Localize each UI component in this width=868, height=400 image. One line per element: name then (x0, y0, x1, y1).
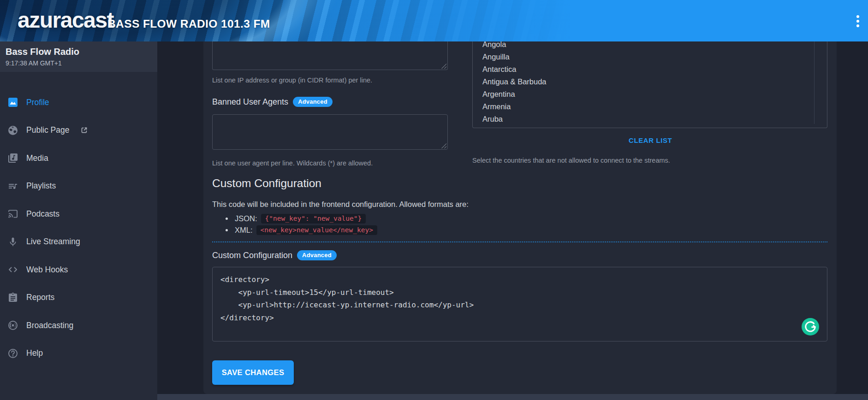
dotted-divider (212, 241, 827, 242)
sidebar-nav: Profile Public Page Media (0, 88, 157, 367)
sidebar-item-podcasts[interactable]: Podcasts (0, 200, 157, 228)
profile-form-card: List one IP address or group (in CIDR fo… (203, 41, 837, 394)
country-option[interactable]: Antarctica (473, 63, 827, 76)
clear-list-button[interactable]: CLEAR LIST (629, 136, 672, 144)
custom-config-field-label: Custom Configuration (212, 251, 292, 260)
banned-ips-input[interactable] (213, 41, 447, 70)
queue-music-icon (7, 181, 18, 192)
save-changes-button[interactable]: SAVE CHANGES (212, 360, 294, 385)
sidebar-item-label: Podcasts (26, 209, 59, 219)
listbox-scrollbar[interactable] (814, 41, 814, 124)
format-example-code: <new_key>new_value</new_key> (256, 225, 377, 235)
sidebar-item-media[interactable]: Media (0, 144, 157, 172)
sidebar-item-live-streaming[interactable]: Live Streaming (0, 228, 157, 256)
advanced-badge: Advanced (297, 250, 337, 260)
format-name: XML: (235, 226, 253, 235)
sidebar-item-playlists[interactable]: Playlists (0, 172, 157, 200)
sidebar-item-public-page[interactable]: Public Page (0, 117, 157, 145)
bullet-icon (226, 218, 228, 220)
format-xml-row: XML: <new_key>new_value</new_key> (226, 224, 377, 236)
custom-config-code-input[interactable]: <directory> <yp-url-timeout>15</yp-url-t… (213, 267, 827, 341)
kebab-menu-icon[interactable] (852, 13, 863, 29)
station-clock: 9:17:38 AM GMT+1 (6, 59, 152, 67)
station-info: Bass Flow Radio 9:17:38 AM GMT+1 (0, 41, 157, 72)
help-icon (7, 348, 18, 359)
image-icon (7, 97, 18, 108)
cast-icon (7, 208, 18, 219)
sidebar-item-broadcasting[interactable]: Broadcasting (0, 312, 157, 340)
banned-user-agents-label: Banned User Agents (212, 97, 288, 107)
advanced-badge: Advanced (293, 97, 333, 107)
main-content: List one IP address or group (in CIDR fo… (157, 41, 868, 400)
microphone-icon (7, 236, 18, 247)
country-option[interactable]: Anguilla (473, 51, 827, 63)
azuracast-app: azuracast BASS FLOW RADIO 101.3 FM Bass … (0, 0, 868, 400)
format-example-code: {"new_key": "new_value"} (261, 214, 366, 224)
country-option[interactable]: Argentina (473, 88, 827, 100)
header-station-name: BASS FLOW RADIO 101.3 FM (107, 18, 270, 30)
custom-config-heading: Custom Configuration (212, 177, 321, 190)
globe-icon (7, 125, 18, 136)
banned-user-agents-help: List one user agent per line. Wildcards … (212, 159, 373, 167)
format-json-row: JSON: {"new_key": "new_value"} (226, 213, 366, 224)
custom-config-label-row: Custom Configuration Advanced (212, 250, 337, 260)
sidebar-item-web-hooks[interactable]: Web Hooks (0, 256, 157, 284)
country-option[interactable]: Antigua & Barbuda (473, 76, 827, 88)
grammarly-icon[interactable] (802, 318, 819, 335)
banned-user-agents-label-row: Banned User Agents Advanced (212, 97, 333, 107)
external-link-icon (81, 127, 88, 134)
sidebar-item-label: Broadcasting (26, 321, 73, 330)
music-library-icon (7, 153, 18, 164)
sidebar-item-profile[interactable]: Profile (0, 88, 157, 117)
custom-config-description: This code will be included in the fronte… (212, 200, 469, 209)
bullet-icon (226, 229, 228, 231)
clipboard-icon (7, 292, 18, 303)
sidebar-item-reports[interactable]: Reports (0, 284, 157, 312)
sidebar-item-label: Reports (26, 293, 54, 302)
banned-countries-help: Select the countries that are not allowe… (472, 157, 670, 164)
country-option[interactable]: Australia (473, 125, 827, 128)
custom-config-field-box: <directory> <yp-url-timeout>15</yp-url-t… (212, 267, 827, 341)
code-icon (7, 264, 18, 275)
banned-ips-field-box (212, 41, 448, 70)
sidebar-item-label: Help (26, 348, 43, 358)
broadcast-icon (7, 320, 18, 331)
sidebar-item-label: Media (26, 153, 48, 163)
sidebar-item-label: Public Page (26, 125, 69, 135)
page-background-strip (157, 394, 868, 400)
country-option[interactable]: Aruba (473, 113, 827, 125)
country-option[interactable]: Angola (473, 41, 827, 51)
country-option[interactable]: Armenia (473, 100, 827, 113)
format-name: JSON: (235, 214, 257, 223)
banned-user-agents-input[interactable] (213, 115, 447, 149)
sidebar-item-help[interactable]: Help (0, 340, 157, 368)
banned-ips-help: List one IP address or group (in CIDR fo… (212, 76, 372, 84)
banned-countries-listbox[interactable]: Angola Anguilla Antarctica Antigua & Bar… (472, 41, 827, 128)
station-name: Bass Flow Radio (6, 47, 152, 57)
banned-user-agents-field-box (212, 114, 448, 150)
sidebar-item-label: Playlists (26, 181, 56, 191)
azuracast-logo[interactable]: azuracast (18, 7, 113, 33)
sidebar-item-label: Live Streaming (26, 237, 80, 247)
sidebar-item-label: Profile (26, 98, 49, 107)
sidebar: Bass Flow Radio 9:17:38 AM GMT+1 Profile… (0, 41, 157, 400)
sidebar-item-label: Web Hooks (26, 265, 68, 275)
app-header: azuracast BASS FLOW RADIO 101.3 FM (0, 0, 868, 41)
